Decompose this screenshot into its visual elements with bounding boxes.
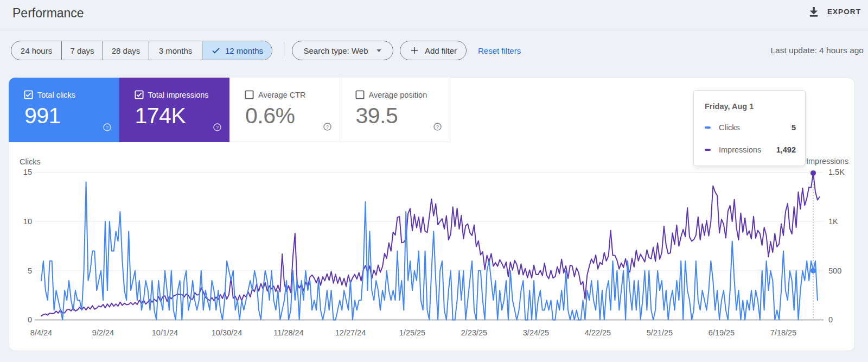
svg-text:10/30/24: 10/30/24 [212,328,242,337]
svg-text:6/19/25: 6/19/25 [709,328,735,337]
svg-text:12/27/24: 12/27/24 [335,328,366,337]
svg-text:1.5K: 1.5K [828,168,845,176]
svg-text:9/2/24: 9/2/24 [92,328,114,337]
svg-text:5: 5 [28,266,32,275]
svg-text:Impressions: Impressions [806,157,848,166]
svg-text:Clicks: Clicks [20,157,41,166]
svg-text:2/23/25: 2/23/25 [461,328,487,337]
svg-text:3/24/25: 3/24/25 [523,328,549,337]
svg-text:0: 0 [828,315,833,324]
svg-text:5/21/25: 5/21/25 [647,328,673,337]
svg-text:0: 0 [28,315,32,324]
svg-text:10/1/24: 10/1/24 [152,328,178,337]
svg-text:10: 10 [23,217,32,226]
svg-text:1/25/25: 1/25/25 [399,328,425,337]
svg-text:11/28/24: 11/28/24 [273,328,303,337]
svg-text:4/22/25: 4/22/25 [585,328,611,337]
svg-text:15: 15 [23,168,32,176]
svg-text:8/4/24: 8/4/24 [30,328,52,337]
svg-text:7/18/25: 7/18/25 [770,328,796,337]
svg-text:1K: 1K [828,217,838,226]
svg-text:500: 500 [828,266,841,275]
